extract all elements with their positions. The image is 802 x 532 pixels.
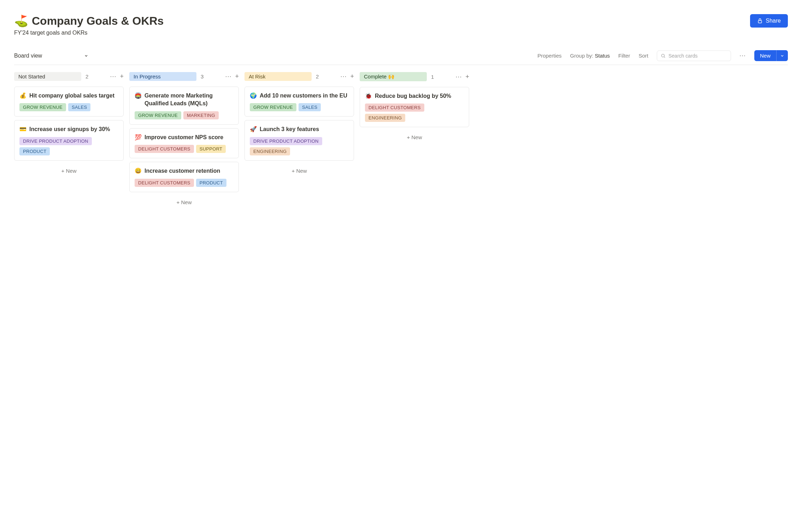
page-subtitle: FY'24 target goals and OKRs xyxy=(14,30,164,36)
tag: PRODUCT xyxy=(196,179,226,187)
card[interactable]: 🌍Add 10 new customers in the EUGROW REVE… xyxy=(244,87,354,117)
card[interactable]: 🚀Launch 3 key featuresDRIVE PRODUCT ADOP… xyxy=(244,120,354,160)
add-card-icon[interactable]: + xyxy=(350,73,354,80)
column-title[interactable]: At Risk xyxy=(244,72,312,81)
search-input[interactable] xyxy=(668,53,730,59)
tag: DELIGHT CUSTOMERS xyxy=(135,179,194,187)
view-label: Board view xyxy=(14,53,42,59)
lock-icon xyxy=(757,18,763,24)
card[interactable]: 😀Increase customer retentionDELIGHT CUST… xyxy=(129,162,239,192)
card-title-text: Increase customer retention xyxy=(145,167,234,175)
card-tags: DRIVE PRODUCT ADOPTIONPRODUCT xyxy=(19,137,118,155)
tag: DRIVE PRODUCT ADOPTION xyxy=(250,137,322,145)
card[interactable]: 💰Hit company global sales targetGROW REV… xyxy=(14,87,124,117)
card-emoji: 🚀 xyxy=(250,125,257,133)
more-icon[interactable]: ··· xyxy=(340,73,347,80)
card-title-text: Generate more Marketing Qualified Leads … xyxy=(145,92,234,108)
card-title: 😀Increase customer retention xyxy=(135,167,234,175)
card-title-text: Reduce bug backlog by 50% xyxy=(375,92,464,100)
card[interactable]: 🏟️Generate more Marketing Qualified Lead… xyxy=(129,87,239,125)
more-icon[interactable]: ··· xyxy=(110,73,116,80)
card[interactable]: 💯Improve customer NPS scoreDELIGHT CUSTO… xyxy=(129,128,239,158)
card-title: 🚀Launch 3 key features xyxy=(250,125,349,133)
column-count: 1 xyxy=(431,74,434,80)
page-emoji: ⛳ xyxy=(14,14,28,28)
card-title: 💳Increase user signups by 30% xyxy=(19,125,118,133)
tag: SALES xyxy=(299,103,321,111)
card[interactable]: 🐞Reduce bug backlog by 50%DELIGHT CUSTOM… xyxy=(360,87,469,127)
add-card-icon[interactable]: + xyxy=(235,73,239,80)
tag: GROW REVENUE xyxy=(135,111,181,119)
card-title: 🏟️Generate more Marketing Qualified Lead… xyxy=(135,92,234,108)
tag: DELIGHT CUSTOMERS xyxy=(135,145,194,153)
svg-rect-0 xyxy=(759,20,762,23)
card-tags: DELIGHT CUSTOMERSPRODUCT xyxy=(135,179,234,187)
view-selector[interactable]: Board view xyxy=(14,53,88,59)
card-tags: GROW REVENUEMARKETING xyxy=(135,111,234,119)
toolbar: Board view Properties Group by: Status F… xyxy=(14,47,788,65)
column-complete: Complete 🙌1···+🐞Reduce bug backlog by 50… xyxy=(360,72,469,144)
column-at-risk: At Risk2···+🌍Add 10 new customers in the… xyxy=(244,72,354,177)
tag: PRODUCT xyxy=(19,147,50,155)
new-button-dropdown[interactable] xyxy=(776,50,788,61)
card-emoji: 🐞 xyxy=(365,92,372,100)
column-header: In Progress3···+ xyxy=(129,72,239,81)
more-icon[interactable]: ··· xyxy=(739,52,746,59)
add-new-button[interactable]: + New xyxy=(129,196,239,209)
column-actions: ···+ xyxy=(225,73,239,80)
add-new-button[interactable]: + New xyxy=(360,131,469,144)
card-tags: GROW REVENUESALES xyxy=(250,103,349,111)
chevron-down-icon xyxy=(84,54,88,58)
column-title[interactable]: Not Started xyxy=(14,72,81,81)
share-button[interactable]: Share xyxy=(750,14,788,28)
tag: ENGINEERING xyxy=(250,147,290,155)
column-header: At Risk2···+ xyxy=(244,72,354,81)
more-icon[interactable]: ··· xyxy=(455,73,462,81)
sort-button[interactable]: Sort xyxy=(638,53,648,59)
page-title-text: Company Goals & OKRs xyxy=(32,14,164,28)
add-card-icon[interactable]: + xyxy=(120,73,124,80)
group-by-value: Status xyxy=(595,53,610,59)
more-icon[interactable]: ··· xyxy=(225,73,231,80)
column-title[interactable]: Complete 🙌 xyxy=(360,72,427,81)
add-new-button[interactable]: + New xyxy=(14,164,124,177)
card-emoji: 🏟️ xyxy=(135,92,142,108)
card-tags: DELIGHT CUSTOMERSENGINEERING xyxy=(365,104,464,122)
column-actions: ···+ xyxy=(340,73,354,80)
add-new-button[interactable]: + New xyxy=(244,164,354,177)
page-title: ⛳ Company Goals & OKRs xyxy=(14,14,164,28)
share-button-label: Share xyxy=(766,18,781,24)
tag: SUPPORT xyxy=(196,145,226,153)
card-emoji: 💳 xyxy=(19,125,26,133)
tag: GROW REVENUE xyxy=(250,103,296,111)
filter-button[interactable]: Filter xyxy=(618,53,630,59)
card[interactable]: 💳Increase user signups by 30%DRIVE PRODU… xyxy=(14,120,124,160)
group-by-button[interactable]: Group by: Status xyxy=(570,53,610,59)
chevron-down-icon xyxy=(780,54,784,58)
svg-line-2 xyxy=(664,57,665,58)
card-tags: DELIGHT CUSTOMERSSUPPORT xyxy=(135,145,234,153)
column-count: 2 xyxy=(85,73,88,79)
column-not-started: Not Started2···+💰Hit company global sale… xyxy=(14,72,124,177)
card-title: 💯Improve customer NPS score xyxy=(135,134,234,141)
new-button[interactable]: New xyxy=(754,50,776,61)
group-by-label: Group by: xyxy=(570,53,594,59)
card-tags: GROW REVENUESALES xyxy=(19,103,118,111)
card-emoji: 🌍 xyxy=(250,92,257,100)
card-tags: DRIVE PRODUCT ADOPTIONENGINEERING xyxy=(250,137,349,155)
properties-button[interactable]: Properties xyxy=(537,53,561,59)
card-title: 🌍Add 10 new customers in the EU xyxy=(250,92,349,100)
column-count: 3 xyxy=(201,73,204,79)
tag: DRIVE PRODUCT ADOPTION xyxy=(19,137,92,145)
search-box[interactable] xyxy=(657,51,731,61)
add-card-icon[interactable]: + xyxy=(465,73,469,81)
card-title-text: Launch 3 key features xyxy=(260,125,349,133)
search-icon xyxy=(661,53,666,58)
column-header: Complete 🙌1···+ xyxy=(360,72,469,81)
column-actions: ···+ xyxy=(110,73,124,80)
card-title: 🐞Reduce bug backlog by 50% xyxy=(365,92,464,100)
card-title-text: Hit company global sales target xyxy=(29,92,118,100)
column-title[interactable]: In Progress xyxy=(129,72,196,81)
card-emoji: 💯 xyxy=(135,134,142,141)
card-emoji: 💰 xyxy=(19,92,26,100)
